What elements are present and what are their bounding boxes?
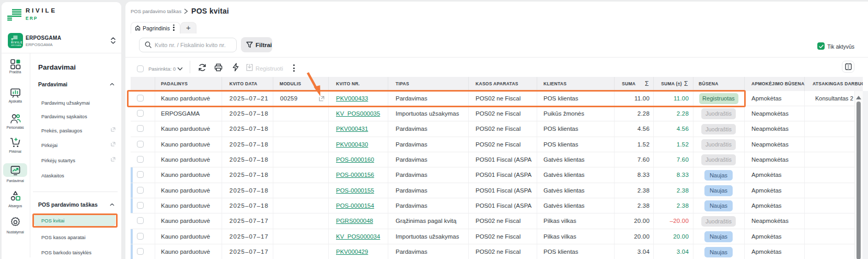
svg-text:ERPOSGAMA: ERPOSGAMA xyxy=(11,44,21,47)
svg-text:RIVILE: RIVILE xyxy=(11,41,22,44)
